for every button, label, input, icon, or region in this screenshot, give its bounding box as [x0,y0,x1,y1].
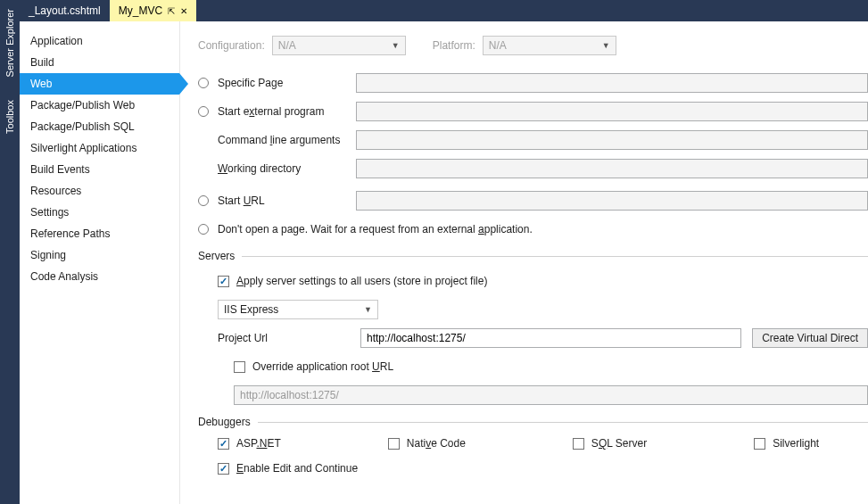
document-tab-strip: _Layout.cshtml My_MVC ⇱ ✕ [20,0,868,21]
radio-external-program[interactable] [198,106,209,117]
dont-open-label: Don't open a page. Wait for a request fr… [218,223,533,235]
radio-specific-page[interactable] [198,78,209,88]
divider [258,422,868,423]
tab-layout-cshtml[interactable]: _Layout.cshtml [20,0,110,21]
side-tab-toolbox[interactable]: Toolbox [3,93,17,141]
tab-label: _Layout.cshtml [29,4,101,17]
debuggers-header: Debuggers [198,416,251,428]
override-root-checkbox[interactable] [234,361,245,373]
category-signing[interactable]: Signing [20,244,179,266]
start-url-input[interactable] [356,191,868,211]
category-package-publish-web[interactable]: Package/Publish Web [20,95,179,116]
apply-all-label: Apply server settings to all users (stor… [236,275,487,287]
configuration-label: Configuration: [198,39,265,52]
chevron-down-icon: ▼ [364,305,372,314]
aspnet-label: ASP.NET [236,437,281,450]
external-program-label: Start external program [218,105,356,118]
category-application[interactable]: Application [20,30,179,52]
servers-header: Servers [198,250,235,262]
radio-dont-open[interactable] [198,224,209,235]
specific-page-label: Specific Page [218,77,356,89]
configuration-dropdown[interactable]: N/A ▼ [272,36,406,55]
platform-value: N/A [489,39,507,52]
apply-all-checkbox[interactable] [218,276,229,287]
chevron-down-icon: ▼ [602,41,610,50]
working-dir-input[interactable] [356,159,868,178]
server-type-value: IIS Express [224,303,278,316]
content-pane: Configuration: N/A ▼ Platform: N/A ▼ [180,21,868,504]
category-build[interactable]: Build [20,52,179,73]
server-type-dropdown[interactable]: IIS Express ▼ [218,300,378,319]
working-dir-label: Working directory [218,162,356,175]
silverlight-label: Silverlight [773,437,819,450]
external-program-input[interactable] [356,102,868,121]
close-icon[interactable]: ✕ [180,6,187,16]
create-virtual-directory-button[interactable]: Create Virtual Direct [752,328,868,348]
aspnet-checkbox[interactable] [218,438,229,450]
category-silverlight[interactable]: Silverlight Applications [20,137,179,159]
category-resources[interactable]: Resources [20,180,179,202]
chevron-down-icon: ▼ [392,41,400,50]
category-reference-paths[interactable]: Reference Paths [20,223,179,244]
silverlight-checkbox[interactable] [754,438,765,450]
category-build-events[interactable]: Build Events [20,159,179,180]
command-args-label: Command line arguments [218,134,356,146]
side-tab-server-explorer[interactable]: Server Explorer [3,2,17,84]
tab-my-mvc[interactable]: My_MVC ⇱ ✕ [110,0,196,21]
configuration-value: N/A [278,39,296,52]
project-url-input[interactable] [360,328,741,348]
category-list: Application Build Web Package/Publish We… [20,21,180,504]
override-root-input[interactable] [234,385,868,405]
side-tab-strip: Server Explorer Toolbox [0,0,20,504]
category-settings[interactable]: Settings [20,202,179,223]
project-url-label: Project Url [218,332,360,344]
edit-continue-label: Enable Edit and Continue [236,462,358,475]
platform-dropdown[interactable]: N/A ▼ [483,36,616,55]
category-web[interactable]: Web [20,73,179,95]
edit-continue-checkbox[interactable] [218,463,229,475]
native-code-checkbox[interactable] [388,438,400,450]
category-package-publish-sql[interactable]: Package/Publish SQL [20,116,179,137]
start-url-label: Start URL [218,194,356,207]
native-code-label: Native Code [407,437,466,450]
category-code-analysis[interactable]: Code Analysis [20,266,179,287]
divider [242,256,868,257]
override-root-label: Override application root URL [252,360,393,373]
sql-server-checkbox[interactable] [573,438,584,450]
tab-label: My_MVC [119,4,162,17]
radio-start-url[interactable] [198,195,209,206]
specific-page-input[interactable] [356,73,868,93]
platform-label: Platform: [433,39,475,52]
pin-icon[interactable]: ⇱ [168,6,175,16]
sql-server-label: SQL Server [591,437,647,450]
command-args-input[interactable] [356,130,868,150]
